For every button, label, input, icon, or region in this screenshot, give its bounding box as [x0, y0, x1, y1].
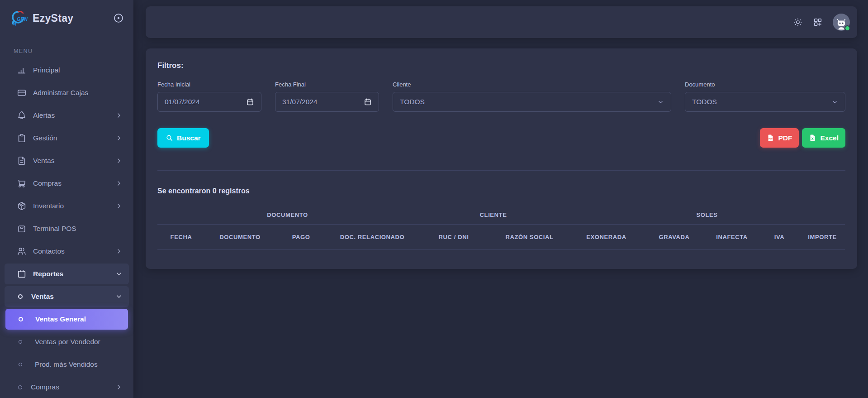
sidebar-item-principal[interactable]: Principal	[5, 60, 129, 81]
fecha-final-input[interactable]: 31/07/2024	[275, 92, 379, 112]
svg-text:GPN: GPN	[17, 16, 28, 22]
sidebar-item-reportes-compras[interactable]: Compras	[5, 377, 129, 398]
calendar-icon[interactable]	[246, 98, 254, 106]
column-header-fecha: FECHA	[157, 224, 205, 249]
main-area: Filtros: Fecha Inicial 01/07/2024 Fecha …	[133, 0, 868, 398]
menu-section-label: MENU	[0, 36, 133, 60]
app-title: EzyStay	[33, 12, 113, 24]
bell-icon	[17, 110, 27, 120]
sidebar-item-ventas[interactable]: Ventas	[5, 150, 129, 171]
shopping-bag-icon	[17, 224, 27, 234]
circle-bullet-icon	[19, 363, 22, 366]
chevron-down-icon	[657, 99, 664, 105]
table-column-header-row: FECHA DOCUMENTO PAGO DOC. RELACIONADO RU…	[157, 224, 845, 249]
theme-toggle-button[interactable]	[789, 14, 806, 31]
sidebar-item-gestion[interactable]: Gestión	[5, 128, 129, 149]
user-avatar[interactable]	[833, 14, 850, 31]
file-text-icon	[17, 156, 27, 166]
file-pdf-icon: PDF	[767, 134, 774, 142]
filters-title: Filtros:	[157, 61, 845, 70]
chevron-right-icon	[115, 157, 123, 164]
field-documento: Documento TODOS	[685, 81, 845, 112]
svg-text:PDF: PDF	[769, 138, 773, 140]
fecha-inicial-input[interactable]: 01/07/2024	[157, 92, 261, 112]
column-header-exonerada: EXONERADA	[569, 224, 644, 249]
package-icon	[17, 201, 27, 211]
chevron-down-icon	[115, 293, 123, 300]
field-label: Fecha Inicial	[157, 81, 261, 88]
chevron-right-icon	[115, 248, 123, 255]
field-label: Documento	[685, 81, 845, 88]
sidebar-collapse-toggle[interactable]	[113, 12, 124, 24]
sidebar-item-inventario[interactable]: Inventario	[5, 196, 129, 216]
shortcuts-button[interactable]	[809, 14, 826, 31]
column-header-documento: DOCUMENTO	[205, 224, 275, 249]
gpn-logo-icon: GPN	[9, 9, 29, 27]
column-header-importe: IMPORTE	[800, 224, 845, 249]
column-header-inafecta: INAFECTA	[705, 224, 759, 249]
group-header-cliente: CLIENTE	[417, 206, 569, 224]
chevron-right-icon	[115, 202, 123, 210]
report-panel: Filtros: Fecha Inicial 01/07/2024 Fecha …	[146, 48, 857, 269]
divider	[157, 170, 845, 171]
chevron-right-icon	[115, 180, 123, 187]
chevron-down-icon	[115, 270, 123, 278]
users-icon	[17, 246, 27, 256]
sidebar-header: GPN EzyStay	[0, 0, 133, 36]
field-label: Fecha Final	[275, 81, 379, 88]
column-header-iva: IVA	[759, 224, 800, 249]
column-header-pago: PAGO	[275, 224, 327, 249]
results-table: DOCUMENTO CLIENTE SOLES FECHA DOCUMENTO …	[157, 206, 845, 250]
column-header-doc-relacionado: DOC. RELACIONADO	[327, 224, 417, 249]
sidebar-item-terminal-pos[interactable]: Terminal POS	[5, 218, 129, 239]
chart-bar-icon	[17, 65, 27, 75]
calendar-icon[interactable]	[364, 98, 372, 106]
shopping-cart-icon	[17, 178, 27, 188]
table-group-header-row: DOCUMENTO CLIENTE SOLES	[157, 206, 845, 224]
sidebar-item-contactos[interactable]: Contactos	[5, 241, 129, 262]
column-header-ruc-dni: RUC / DNI	[417, 224, 490, 249]
sun-icon	[793, 17, 803, 27]
documento-select[interactable]: TODOS	[685, 92, 845, 112]
search-icon	[166, 134, 173, 142]
sidebar-item-reportes[interactable]: Reportes	[5, 264, 129, 284]
circle-bullet-icon	[18, 294, 23, 299]
sidebar: GPN EzyStay MENU Principal	[0, 0, 133, 398]
group-header-soles: SOLES	[569, 206, 845, 224]
sidebar-item-administrar-cajas[interactable]: Administrar Cajas	[5, 82, 129, 103]
export-pdf-button[interactable]: PDF PDF	[760, 128, 799, 148]
column-header-gravada: GRAVADA	[644, 224, 705, 249]
buscar-button[interactable]: Buscar	[157, 128, 209, 148]
clipboard-icon	[17, 133, 27, 143]
circle-bullet-icon	[19, 317, 23, 321]
date-value: 01/07/2024	[165, 98, 200, 106]
select-value: TODOS	[400, 98, 425, 106]
circle-bullet-icon	[19, 340, 22, 344]
chevron-down-icon	[831, 99, 838, 105]
field-fecha-inicial: Fecha Inicial 01/07/2024	[157, 81, 261, 112]
sidebar-item-ventas-por-vendedor[interactable]: Ventas por Vendedor	[5, 331, 129, 352]
group-header-documento: DOCUMENTO	[157, 206, 417, 224]
sidebar-item-ventas-general[interactable]: Ventas General	[5, 309, 128, 330]
cliente-select[interactable]: TODOS	[393, 92, 671, 112]
file-excel-icon	[809, 134, 816, 142]
column-header-razon-social: RAZÓN SOCIAL	[490, 224, 569, 249]
chevron-right-icon	[115, 112, 123, 119]
select-value: TODOS	[692, 98, 717, 106]
sidebar-item-reportes-ventas[interactable]: Ventas	[5, 286, 129, 307]
filter-row: Fecha Inicial 01/07/2024 Fecha Final 31/…	[157, 81, 845, 112]
field-label: Cliente	[393, 81, 671, 88]
chevron-right-icon	[115, 384, 123, 391]
sidebar-item-compras[interactable]: Compras	[5, 173, 129, 194]
grid-plus-icon	[813, 17, 823, 27]
actions-row: Buscar PDF PDF	[157, 128, 845, 148]
sidebar-item-alertas[interactable]: Alertas	[5, 105, 129, 126]
export-excel-button[interactable]: Excel	[802, 128, 845, 148]
sidebar-nav: Principal Administrar Cajas Alertas	[0, 60, 133, 398]
chevron-right-icon	[115, 134, 123, 142]
circle-bullet-icon	[18, 385, 22, 389]
sidebar-item-prod-mas-vendidos[interactable]: Prod. más Vendidos	[5, 354, 129, 375]
date-value: 31/07/2024	[282, 98, 318, 106]
credit-card-icon	[17, 88, 27, 98]
calendar-icon	[17, 269, 27, 279]
